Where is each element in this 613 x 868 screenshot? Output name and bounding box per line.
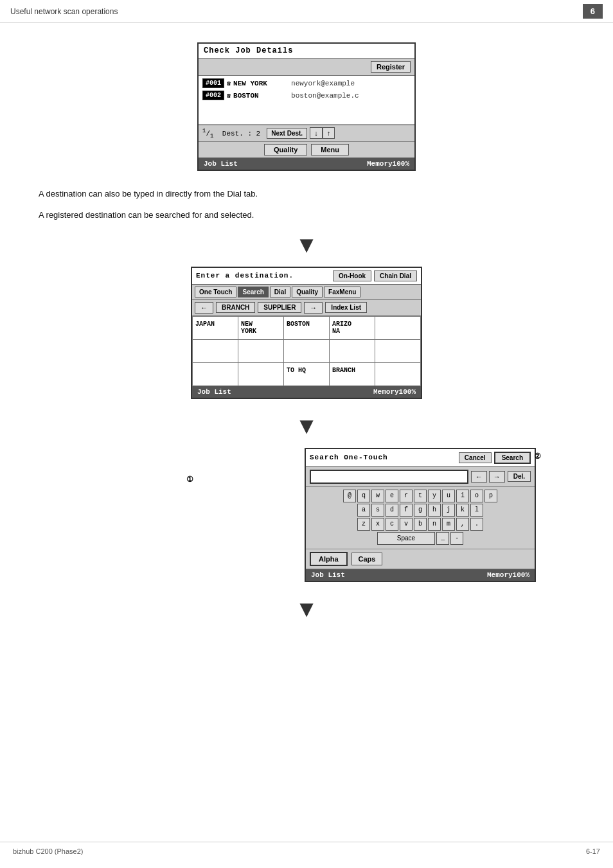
screen1-memory: Memory100%	[367, 160, 409, 168]
footer-right: 6-17	[586, 847, 600, 855]
key-c[interactable]: c	[386, 518, 398, 531]
grid-cell-empty6	[375, 340, 421, 363]
on-hook-button[interactable]: On-Hook	[333, 270, 371, 281]
key-hyphen[interactable]: -	[450, 532, 463, 545]
grid-cell-empty7	[193, 363, 238, 386]
key-n[interactable]: n	[428, 518, 441, 531]
key-b[interactable]: b	[414, 518, 427, 531]
key-i[interactable]: i	[456, 490, 469, 502]
tab-faxmenu[interactable]: FaxMenu	[324, 287, 360, 297]
tab-quality[interactable]: Quality	[292, 287, 323, 297]
footer-left: bizhub C200 (Phase2)	[13, 847, 83, 855]
grid-cell-empty2	[193, 340, 238, 363]
screen3-footer: Job List Memory100%	[306, 569, 535, 581]
key-w[interactable]: w	[371, 490, 384, 502]
register-button[interactable]: Register	[371, 61, 411, 73]
dest2-icon: ☎	[227, 92, 231, 100]
key-x[interactable]: x	[371, 518, 384, 531]
arrow-up-button[interactable]: ↑	[323, 127, 335, 139]
key-d[interactable]: d	[386, 504, 398, 517]
key-v[interactable]: v	[400, 518, 413, 531]
key-p[interactable]: p	[484, 490, 497, 502]
dest1-icon: ☎	[227, 80, 231, 87]
key-s[interactable]: s	[371, 504, 384, 517]
space-key[interactable]: Space	[377, 532, 435, 545]
cancel-button[interactable]: Cancel	[459, 452, 492, 463]
alpha-button[interactable]: Alpha	[310, 552, 348, 566]
keyboard-area: @ q w e r t y u i o p a s d f	[306, 487, 535, 549]
key-at[interactable]: @	[343, 490, 356, 502]
down-arrow-icon-2: ▼	[295, 414, 318, 438]
quality-button[interactable]: Quality	[264, 144, 307, 155]
grid-cell-boston[interactable]: BOSTON	[284, 317, 330, 340]
key-g[interactable]: g	[414, 504, 427, 517]
arrow-down-button[interactable]: ↓	[310, 127, 323, 139]
del-button[interactable]: Del.	[508, 471, 531, 482]
screen1-dest-list: #001 ☎ NEW YORK newyork@example #002 ☎ B…	[199, 76, 414, 105]
screen1-quality-row: Quality Menu	[199, 142, 414, 158]
caps-button[interactable]: Caps	[351, 553, 383, 565]
tab-one-touch[interactable]: One Touch	[195, 287, 236, 297]
dest1-email: newyork@example	[291, 80, 355, 87]
screen2-footer: Job List Memory100%	[192, 386, 421, 398]
grid-cell-japan[interactable]: JAPAN	[193, 317, 238, 340]
dest2-name: BOSTON	[233, 92, 285, 100]
screen3-nav-arrows: ← →	[471, 471, 505, 483]
index-list-button[interactable]: Index List	[325, 302, 367, 313]
key-underscore[interactable]: _	[436, 532, 449, 545]
tab-dial[interactable]: Dial	[270, 287, 290, 297]
grid-cell-arizona[interactable]: ARIZONA	[330, 317, 375, 340]
grid-cell-branch[interactable]: BRANCH	[330, 363, 375, 386]
screen2-memory: Memory100%	[373, 388, 416, 396]
key-q[interactable]: q	[357, 490, 370, 502]
key-row-space: Space _ -	[310, 532, 531, 545]
grid-cell-tohq[interactable]: TO HQ	[284, 363, 330, 386]
arrow-indicator-1: ▼	[39, 233, 574, 256]
key-t[interactable]: t	[414, 490, 427, 502]
key-m[interactable]: m	[442, 518, 455, 531]
screen3-container: ① ② Search One-Touch Cancel Search ← → D…	[39, 448, 574, 582]
nav-arrow-left[interactable]: ←	[471, 471, 487, 483]
screen2-tab-row: One Touch Search Dial Quality FaxMenu	[192, 285, 421, 300]
key-f[interactable]: f	[400, 504, 413, 517]
menu-button[interactable]: Menu	[311, 144, 349, 155]
key-row-2: z x c v b n m , .	[310, 518, 531, 531]
arrow-indicator-3: ▼	[39, 598, 574, 621]
tab-search[interactable]: Search	[238, 287, 268, 297]
key-u[interactable]: u	[442, 490, 455, 502]
index-arrow-left[interactable]: ←	[195, 302, 213, 314]
key-l[interactable]: l	[470, 504, 483, 517]
screen3-title: Search One-Touch	[310, 454, 456, 461]
screen3-input-row: ← → Del.	[306, 467, 535, 487]
key-k[interactable]: k	[456, 504, 469, 517]
key-h[interactable]: h	[428, 504, 441, 517]
key-a[interactable]: a	[357, 504, 370, 517]
screen1-nav-row: 1/1 Dest. : 2 Next Dest. ↓ ↑	[199, 125, 414, 142]
supplier-button[interactable]: SUPPLIER	[258, 302, 301, 313]
screen1: Check Job Details Register #001 ☎ NEW YO…	[197, 42, 416, 171]
search-input[interactable]	[310, 470, 468, 484]
branch-button[interactable]: BRANCH	[216, 302, 255, 313]
screen3-memory: Memory100%	[487, 571, 529, 579]
key-j[interactable]: j	[442, 504, 455, 517]
index-arrow-right[interactable]: →	[304, 302, 323, 314]
annotation-1: ①	[186, 475, 193, 484]
search-button-top[interactable]: Search	[494, 452, 531, 464]
key-r[interactable]: r	[400, 490, 413, 502]
page-footer: bizhub C200 (Phase2) 6-17	[0, 842, 613, 855]
key-y[interactable]: y	[428, 490, 441, 502]
grid-cell-newyork[interactable]: NEWYORK	[238, 317, 284, 340]
key-period[interactable]: .	[470, 518, 483, 531]
next-dest-button[interactable]: Next Dest.	[267, 128, 307, 139]
nav-arrow-right[interactable]: →	[489, 471, 505, 483]
screen3-bottom-row: Alpha Caps	[306, 549, 535, 569]
chain-dial-button[interactable]: Chain Dial	[374, 270, 417, 281]
dest-item-2: #002 ☎ BOSTON boston@example.c	[202, 91, 411, 100]
key-z[interactable]: z	[357, 518, 370, 531]
key-comma[interactable]: ,	[456, 518, 469, 531]
key-o[interactable]: o	[470, 490, 483, 502]
nav-fraction: 1/1 Dest. : 2	[202, 127, 260, 139]
key-e[interactable]: e	[386, 490, 398, 502]
dest-item-1: #001 ☎ NEW YORK newyork@example	[202, 78, 411, 88]
header-title: Useful network scan operations	[10, 7, 118, 16]
